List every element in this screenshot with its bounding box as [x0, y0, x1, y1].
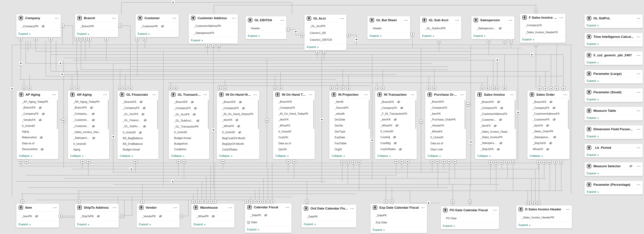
- field-row-whsefk[interactable]: _WhseFK: [375, 124, 417, 127]
- field-row-customer[interactable]: _Customer...: [68, 118, 109, 122]
- field-row-aging[interactable]: Aging: [68, 148, 109, 151]
- field-row-branchfk[interactable]: _BranchFK: [425, 100, 466, 103]
- more-options-icon[interactable]: ···: [507, 19, 512, 21]
- field-row-sales-invoice-hea[interactable]: _Sales_Invoice_Hea...: [68, 131, 109, 134]
- expand-toggle[interactable]: Expand∨: [194, 223, 206, 226]
- collapse-toggle[interactable]: Collapse∧: [530, 154, 543, 157]
- field-row-0-unionid[interactable]: 0_UnionID: [425, 136, 466, 139]
- field-row-costoh[interactable]: CostOH: [273, 136, 315, 139]
- field-row-sales-invoice-head[interactable]: _Sales_Invoice_Head...: [475, 130, 516, 133]
- table-card-measure-selector[interactable]: Measure Selector···Expand∨: [584, 162, 643, 176]
- table-card-shipto-address[interactable]: ShipTo Address···_ShipToPKExpand∨: [75, 204, 119, 228]
- table-card-in-projection[interactable]: IN Projection···_itemfk_SourcePK_whsefkD…: [329, 91, 370, 159]
- field-row-salesperson[interactable]: _Salesperson...: [471, 26, 514, 30]
- field-row-gl-acctpk[interactable]: _GL_AcctPK: [304, 25, 346, 28]
- field-row-customerpk[interactable]: _CustomerPK: [136, 24, 179, 28]
- table-card-parameter-percentage[interactable]: Parameter (Percentage)···Expand∨: [584, 181, 643, 194]
- field-row-begqtyoh-month[interactable]: BegQtyOH-Month: [217, 142, 259, 145]
- field-row-salesperso[interactable]: _Salesperso...: [528, 135, 570, 139]
- field-row-budget-actual[interactable]: Budget Actual: [118, 148, 158, 151]
- table-card-sales-invoice[interactable]: Sales Invoice···_BranchFK_CompanyFK_Cust…: [475, 91, 516, 159]
- field-row-company[interactable]: _Company...: [68, 112, 109, 116]
- field-row-companyfk[interactable]: _CompanyFK: [17, 112, 58, 116]
- list-scrollbar[interactable]: [464, 100, 466, 129]
- more-options-icon[interactable]: ···: [564, 209, 570, 210]
- table-card-gl-transaction[interactable]: GL Transaction···_BranchFK_CompanyFK_GL_…: [169, 91, 209, 159]
- table-card-customer[interactable]: Customer···_CustomerPKExpand∨: [136, 14, 179, 37]
- table-card-po-date-calendar-fiscal[interactable]: PO Date Calendar Fiscal···PO DateExpand∨: [441, 206, 499, 229]
- table-card-in-on-hand-today[interactable]: IN On Hand Today···_BranchFK_CompanyFK_I…: [273, 91, 315, 159]
- more-options-icon[interactable]: ···: [635, 54, 641, 56]
- more-options-icon[interactable]: ···: [151, 94, 156, 96]
- field-row-itemfk[interactable]: _ItemFK: [375, 118, 417, 121]
- table-card-salesperson[interactable]: Salesperson···_Salesperson...Expand∨: [471, 16, 514, 39]
- expand-toggle[interactable]: Expand∨: [307, 46, 319, 49]
- field-row-shiptofk[interactable]: _ShipToFK: [528, 141, 570, 145]
- table-card-gl-acct[interactable]: GL Acct···_GL_AcctPKColumn1_BSColumn1_EB…: [304, 14, 346, 50]
- field-row-ar-aging-todaypk[interactable]: _AR_Aging_TodayPK: [68, 100, 109, 103]
- table-card-in-transaction[interactable]: IN Transaction···_BranchFK_CompanyFK_F_I…: [375, 91, 417, 159]
- table-card-warehouse[interactable]: Warehouse···_WhsePKExpand∨: [191, 204, 234, 228]
- more-options-icon[interactable]: ···: [402, 19, 408, 21]
- table-card-parameter-large[interactable]: Parameter (Large)···Expand∨: [584, 70, 643, 84]
- field-row-aging[interactable]: Aging: [17, 130, 58, 133]
- field-row-gl-transactionpk[interactable]: _GL_TransactionPK: [169, 125, 209, 128]
- field-row-column1-ebitda[interactable]: Column1_EBITDA: [304, 38, 346, 41]
- table-card-zzd-generic[interactable]: 0_zzd_generic_pbi_2407···Expand∨: [584, 51, 643, 65]
- list-scrollbar[interactable]: [568, 100, 569, 129]
- field-row-salespers[interactable]: _Salespers...: [68, 136, 109, 140]
- field-row-sales-invoice-headerpk[interactable]: _Sales_Invoice_HeaderPK: [516, 216, 572, 219]
- field-row-data-as-of[interactable]: Data as of: [273, 142, 315, 145]
- more-options-icon[interactable]: ···: [635, 147, 641, 149]
- field-row-0-unionid[interactable]: 0_UnionID: [273, 130, 315, 133]
- field-row-doctype[interactable]: DocType: [329, 130, 370, 133]
- field-row-balanceamt[interactable]: BalanceAmt: [17, 136, 58, 139]
- field-row-exp-date[interactable]: Exp Date: [370, 221, 427, 224]
- field-row-vendorfk[interactable]: _VendorFK: [425, 124, 466, 127]
- field-row-budget-actual[interactable]: Budget Actual: [169, 137, 209, 140]
- field-row-datepk[interactable]: _DatePK: [370, 214, 427, 217]
- more-options-icon[interactable]: ···: [635, 36, 641, 38]
- table-card-measure-table[interactable]: Measure Table···Expand∨: [584, 107, 643, 120]
- field-row-bs-endbalance[interactable]: BS_EndBalance: [118, 142, 158, 145]
- field-row-datepk[interactable]: _DatePK: [302, 215, 356, 218]
- field-row-shiptofk[interactable]: _ShipToFK: [475, 147, 516, 151]
- table-card-lk-period[interactable]: _Lk_Period···Expand∨: [584, 144, 643, 157]
- collapse-toggle[interactable]: Collapse∧: [428, 154, 441, 157]
- expand-toggle[interactable]: Expand∨: [373, 228, 385, 232]
- more-options-icon[interactable]: ···: [419, 207, 425, 209]
- field-row-vendorfk[interactable]: _VendorFK: [17, 118, 58, 122]
- field-row-data-as-of[interactable]: Data as of: [17, 142, 58, 145]
- field-row-whsefk[interactable]: _WhseFK: [273, 124, 315, 127]
- more-options-icon[interactable]: ···: [635, 165, 641, 167]
- field-row-shiptopk[interactable]: _ShipToPK: [75, 215, 119, 218]
- field-row-0-unionid[interactable]: 0_UnionID: [375, 130, 417, 133]
- field-row-whsefk[interactable]: _whsefk: [329, 112, 370, 115]
- list-scrollbar[interactable]: [416, 100, 416, 129]
- field-row-datepk[interactable]: _DatePK: [245, 214, 292, 217]
- more-options-icon[interactable]: ···: [230, 17, 236, 19]
- field-row-gl-subacct[interactable]: _GL_SubAcct...: [169, 119, 209, 122]
- field-row-customeraddresspk[interactable]: _CustomerAddressPK: [189, 24, 238, 27]
- expand-toggle[interactable]: Expand∨: [443, 225, 455, 228]
- collapse-toggle[interactable]: Collapse∧: [219, 154, 232, 157]
- field-row-gl-subacctpk[interactable]: _GL_SubAcctPK: [420, 27, 461, 30]
- more-options-icon[interactable]: ···: [562, 94, 567, 96]
- expand-toggle[interactable]: Expand∨: [77, 223, 89, 226]
- list-scrollbar[interactable]: [157, 100, 158, 129]
- field-row-orgid[interactable]: OrgID: [329, 148, 370, 151]
- expand-toggle[interactable]: Expand∨: [18, 223, 31, 226]
- collapse-toggle[interactable]: Collapse∧: [275, 154, 289, 157]
- more-options-icon[interactable]: ···: [508, 94, 514, 96]
- field-row-docno[interactable]: DocNo: [329, 124, 370, 127]
- expand-toggle[interactable]: Expand∨: [587, 190, 599, 193]
- field-row-customeraddressfk[interactable]: _CustomerAddressFK: [475, 113, 516, 116]
- table-card-gl-financials[interactable]: GL Financials···_BranchFK_CompanyFK_GL_A…: [118, 91, 158, 159]
- field-row-date[interactable]: Date: [245, 221, 292, 224]
- expand-toggle[interactable]: Expand∨: [587, 79, 599, 83]
- more-options-icon[interactable]: ···: [52, 207, 57, 209]
- more-options-icon[interactable]: ···: [491, 209, 497, 211]
- list-scrollbar[interactable]: [258, 100, 259, 129]
- field-row-days-late[interactable]: Days Late: [425, 148, 466, 151]
- field-row-data-as-of[interactable]: Data as of: [425, 142, 466, 145]
